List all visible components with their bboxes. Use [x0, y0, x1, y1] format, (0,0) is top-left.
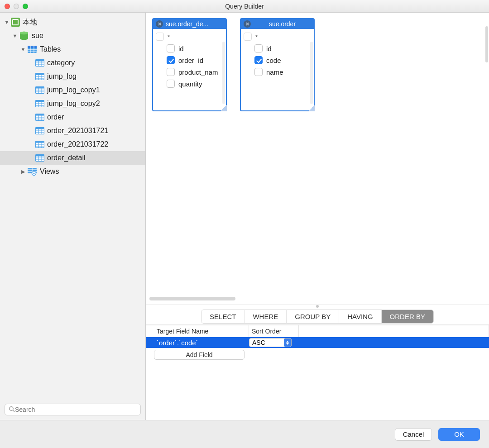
column-row[interactable]: name	[244, 66, 311, 78]
tree-views-folder[interactable]: ▶ Views	[0, 165, 145, 178]
tree-table-item[interactable]: ▶order	[0, 110, 145, 124]
orderby-row[interactable]: `order`.`code`ASC	[146, 337, 489, 348]
diagram-canvas[interactable]: ✕ sue.order_de... *idorder_idproduct_nam…	[146, 13, 489, 304]
close-icon[interactable]: ✕	[156, 20, 163, 28]
tree-table-label: jump_log	[47, 72, 77, 81]
column-header-sort[interactable]: Sort Order	[249, 325, 299, 337]
column-row[interactable]: *	[244, 31, 311, 43]
column-row[interactable]: id	[244, 43, 311, 54]
orderby-target-cell[interactable]: `order`.`code`	[154, 339, 249, 347]
tree-table-item[interactable]: ▶order_detail	[0, 151, 145, 165]
table-box-order[interactable]: ✕ sue.order *idcodename	[240, 18, 315, 111]
chevron-right-icon[interactable]: ▶	[20, 169, 26, 175]
column-name: id	[178, 45, 184, 52]
scrollbar-vertical[interactable]	[485, 26, 488, 62]
tree-table-label: jump_log_copy1	[47, 86, 100, 94]
svg-point-61	[33, 172, 34, 174]
column-checkbox[interactable]	[167, 56, 175, 64]
tree-table-item[interactable]: ▶order_2021031722	[0, 138, 145, 151]
tree-table-item[interactable]: ▶category	[0, 56, 145, 70]
search-input[interactable]	[5, 404, 141, 415]
column-row[interactable]: id	[156, 43, 223, 54]
table-icon	[35, 86, 44, 94]
svg-rect-33	[36, 114, 44, 116]
tree-connection[interactable]: ▼ 本地	[0, 15, 145, 29]
query-tabs: SELECTWHEREGROUP BYHAVINGORDER BY	[146, 308, 489, 325]
tree-table-label: jump_log_copy2	[47, 100, 100, 108]
column-name: code	[266, 57, 281, 64]
sidebar: ▼ 本地 ▼ sue ▼ Tables	[0, 13, 146, 420]
resize-handle[interactable]	[308, 105, 315, 111]
cancel-button[interactable]: Cancel	[395, 428, 432, 441]
chevron-down-icon[interactable]: ▼	[4, 19, 10, 25]
chevron-down-icon[interactable]: ▼	[20, 47, 26, 52]
views-icon	[27, 167, 37, 176]
column-checkbox[interactable]	[167, 68, 175, 76]
svg-rect-27	[36, 100, 44, 102]
tree-database[interactable]: ▼ sue	[0, 29, 145, 43]
svg-rect-39	[36, 128, 44, 129]
column-name: product_nam	[178, 68, 218, 76]
column-checkbox[interactable]	[254, 44, 263, 52]
dropdown-arrows-icon	[284, 338, 291, 347]
column-name: quantity	[178, 80, 202, 88]
column-checkbox[interactable]	[254, 56, 263, 64]
tree-table-item[interactable]: ▶jump_log	[0, 70, 145, 83]
sort-order-select[interactable]: ASC	[249, 338, 292, 347]
table-icon	[35, 127, 44, 134]
column-name: name	[266, 68, 283, 76]
database-icon	[19, 31, 29, 40]
tree-table-label: category	[47, 59, 75, 67]
column-row[interactable]: *	[156, 31, 223, 43]
close-icon[interactable]: ✕	[244, 20, 251, 28]
column-row[interactable]: quantity	[156, 78, 223, 90]
column-header-target[interactable]: Target Field Name	[154, 325, 249, 337]
tree-database-label: sue	[32, 32, 43, 40]
scrollbar-vertical[interactable]	[310, 42, 313, 104]
window-title: Query Builder	[0, 3, 489, 10]
tree-table-item[interactable]: ▶jump_log_copy2	[0, 97, 145, 110]
tab-where[interactable]: WHERE	[244, 310, 287, 323]
tree[interactable]: ▼ 本地 ▼ sue ▼ Tables	[0, 13, 145, 399]
column-name: id	[266, 45, 272, 52]
tree-table-item[interactable]: ▶jump_log_copy1	[0, 83, 145, 97]
svg-point-1	[20, 32, 28, 34]
scrollbar-horizontal[interactable]	[149, 297, 485, 301]
tab-having[interactable]: HAVING	[339, 310, 381, 323]
column-row[interactable]: order_id	[156, 54, 223, 66]
pane-splitter[interactable]	[146, 304, 489, 308]
tab-order-by[interactable]: ORDER BY	[382, 310, 433, 323]
table-icon	[35, 59, 44, 67]
column-row[interactable]: product_nam	[156, 66, 223, 78]
column-name: order_id	[178, 57, 203, 64]
tree-table-label: order_detail	[47, 154, 86, 162]
sort-order-value: ASC	[252, 339, 265, 346]
tree-tables-folder[interactable]: ▼ Tables	[0, 43, 145, 56]
ok-button[interactable]: OK	[438, 428, 480, 441]
table-box-title: sue.order	[254, 20, 311, 28]
chevron-down-icon[interactable]: ▼	[12, 33, 18, 38]
orderby-grid: Target Field Name Sort Order `order`.`co…	[146, 325, 489, 420]
column-name: *	[168, 33, 170, 41]
tables-folder-icon	[27, 45, 37, 53]
add-field-button[interactable]: Add Field	[154, 350, 244, 360]
tree-table-item[interactable]: ▶order_2021031721	[0, 124, 145, 138]
column-checkbox[interactable]	[244, 33, 252, 41]
column-checkbox[interactable]	[254, 68, 263, 76]
tab-select[interactable]: SELECT	[201, 310, 244, 323]
table-box-order-detail[interactable]: ✕ sue.order_de... *idorder_idproduct_nam…	[152, 18, 227, 111]
resize-handle[interactable]	[221, 105, 227, 111]
table-icon	[35, 100, 44, 107]
column-row[interactable]: code	[244, 54, 311, 66]
search-field[interactable]	[15, 406, 137, 413]
footer: Cancel OK	[0, 420, 489, 448]
table-icon	[35, 141, 44, 148]
scrollbar-vertical[interactable]	[222, 42, 225, 104]
table-icon	[35, 154, 44, 162]
column-checkbox[interactable]	[156, 33, 164, 41]
tree-table-label: order_2021031722	[47, 140, 108, 148]
column-checkbox[interactable]	[167, 44, 175, 52]
svg-rect-15	[36, 73, 44, 75]
tab-group-by[interactable]: GROUP BY	[287, 310, 339, 323]
column-checkbox[interactable]	[167, 80, 175, 88]
